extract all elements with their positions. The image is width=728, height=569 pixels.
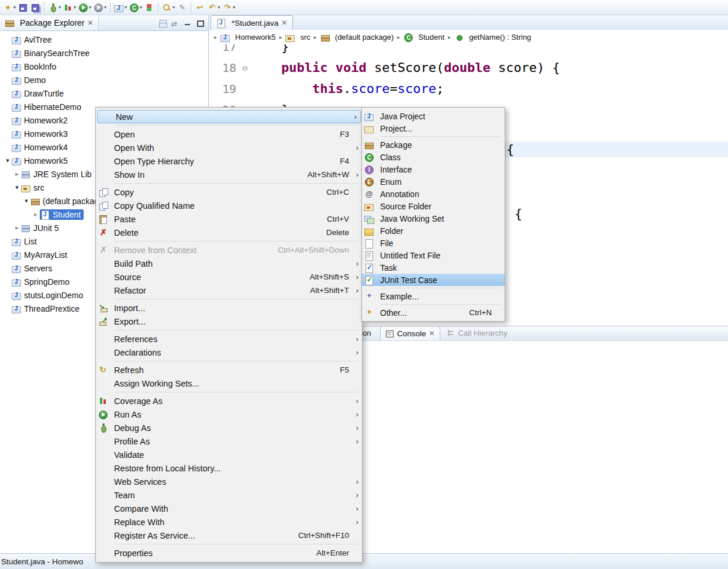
menu-item-enum[interactable]: Enum [362, 175, 505, 188]
expander-icon[interactable]: ▾ [4, 157, 12, 164]
menu-item-team[interactable]: Team› [96, 488, 362, 502]
tree-item-drawturtle[interactable]: DrawTurtle [0, 87, 208, 100]
menu-item-validate[interactable]: Validate [96, 448, 362, 461]
menu-item-java-project[interactable]: Java Project [362, 110, 505, 122]
menu-item-debug-as[interactable]: Debug As› [96, 421, 362, 434]
menu-item-refresh[interactable]: RefreshF5 [96, 363, 362, 377]
menu-item-source-folder[interactable]: Source Folder [362, 200, 505, 212]
close-icon[interactable]: ✕ [88, 19, 94, 27]
tree-item-bookinfo[interactable]: BookInfo [0, 60, 208, 73]
menu-item-project[interactable]: Project... [362, 122, 505, 135]
menu-item-profile-as[interactable]: Profile As› [96, 434, 362, 448]
code-line[interactable]: 18⊖ public void setScore(double score) { [209, 57, 728, 78]
menu-item-junit-test-case[interactable]: JUnit Test Case [362, 274, 505, 286]
new-java-project-button[interactable]: ▾ [113, 1, 128, 14]
menu-item-declarations[interactable]: Declarations› [96, 346, 362, 359]
dropdown-caret-icon[interactable]: ▾ [104, 5, 106, 10]
code-line[interactable]: 17 } [209, 44, 728, 57]
search-button[interactable]: ▾ [161, 1, 176, 14]
external-tools-button[interactable]: ▾ [92, 1, 108, 14]
expander-icon[interactable]: ▾ [22, 197, 30, 205]
menu-item-copy[interactable]: CopyCtrl+C [96, 185, 362, 199]
menu-item-web-services[interactable]: Web Services› [96, 475, 362, 488]
menu-item-export[interactable]: Export... [96, 315, 362, 328]
expander-icon[interactable]: ▸ [13, 224, 21, 232]
back-button[interactable]: ▾ [206, 1, 221, 14]
collapse-all-icon[interactable] [159, 19, 167, 27]
menu-item-annotation[interactable]: Annotation [362, 188, 505, 200]
coverage-button[interactable]: ▾ [62, 1, 77, 14]
debug-button[interactable]: ▾ [47, 1, 62, 14]
minimize-button[interactable] [184, 19, 192, 27]
menu-item-java-working-set[interactable]: Java Working Set [362, 212, 505, 225]
close-icon[interactable]: ✕ [281, 19, 287, 27]
new-class-button[interactable]: ▾ [128, 1, 143, 14]
selected-tree-item[interactable]: Student [40, 209, 84, 220]
menu-item-coverage-as[interactable]: Coverage As› [96, 394, 362, 408]
tree-item-avltree[interactable]: AvlTree [0, 33, 208, 46]
breadcrumb-item-homework5[interactable]: Homework5 [220, 33, 275, 42]
menu-item-class[interactable]: Class [362, 151, 505, 163]
menu-item-package[interactable]: Package [362, 139, 505, 151]
menu-item-assign-working-sets[interactable]: Assign Working Sets... [96, 377, 362, 390]
dropdown-caret-icon[interactable]: ▾ [89, 5, 91, 10]
fold-marker-icon[interactable]: ⊖ [240, 64, 250, 73]
last-edit-button[interactable] [194, 1, 206, 14]
menu-item-open[interactable]: OpenF3 [96, 127, 362, 141]
tree-item-demo[interactable]: Demo [0, 73, 208, 87]
run-button[interactable]: ▾ [77, 1, 92, 14]
menu-item-example[interactable]: Example... [362, 290, 505, 302]
menu-item-register-as-service[interactable]: Register As Service...Ctrl+Shift+F10 [96, 529, 362, 542]
tree-item-binarysearchtree[interactable]: BinarySearchTree [0, 46, 208, 60]
dropdown-caret-icon[interactable]: ▾ [125, 5, 127, 10]
menu-item-file[interactable]: File [362, 237, 505, 249]
menu-item-other[interactable]: Other...Ctrl+N [362, 306, 505, 319]
new-wizard-button[interactable]: ▾ [2, 1, 17, 14]
forward-button[interactable]: ▾ [221, 1, 236, 14]
link-with-editor-icon[interactable] [171, 19, 180, 27]
junit-button[interactable] [143, 1, 156, 14]
dropdown-caret-icon[interactable]: ▾ [233, 5, 235, 10]
expander-icon[interactable]: ▾ [13, 184, 21, 191]
dropdown-caret-icon[interactable]: ▾ [13, 5, 16, 10]
menu-item-restore-from-local-history[interactable]: Restore from Local History... [96, 461, 362, 475]
breadcrumb-item-default-package[interactable]: (default package) [320, 33, 394, 42]
menu-item-show-in[interactable]: Show InAlt+Shift+W› [96, 168, 362, 181]
breadcrumb-item-getname-string[interactable]: getName() : String [454, 33, 531, 42]
menu-item-folder[interactable]: Folder [362, 225, 505, 237]
menu-item-open-with[interactable]: Open With› [96, 141, 362, 154]
menu-item-import[interactable]: Import... [96, 301, 362, 315]
console-tab[interactable]: Console ✕ [380, 326, 440, 340]
call-hierarchy-tab[interactable]: Call Hierarchy [446, 329, 508, 337]
dropdown-caret-icon[interactable]: ▾ [140, 5, 142, 10]
expander-icon[interactable]: ▸ [32, 211, 40, 218]
menu-item-references[interactable]: References› [96, 332, 362, 346]
menu-item-replace-with[interactable]: Replace With› [96, 515, 362, 529]
menu-item-build-path[interactable]: Build Path› [96, 257, 362, 270]
maximize-button[interactable] [196, 19, 204, 27]
dropdown-caret-icon[interactable]: ▾ [172, 5, 175, 10]
menu-item-refactor[interactable]: RefactorAlt+Shift+T› [96, 284, 362, 297]
menu-item-properties[interactable]: PropertiesAlt+Enter [96, 546, 362, 560]
dropdown-caret-icon[interactable]: ▾ [218, 5, 220, 10]
expander-icon[interactable]: ▸ [13, 170, 21, 178]
menu-item-untitled-text-file[interactable]: Untitled Text File [362, 249, 505, 261]
close-icon[interactable]: ✕ [429, 329, 435, 337]
menu-item-new[interactable]: New› [97, 110, 361, 123]
menu-item-run-as[interactable]: Run As› [96, 408, 362, 421]
menu-item-remove-from-context[interactable]: Remove from ContextCtrl+Alt+Shift+Down [96, 243, 362, 257]
menu-item-compare-with[interactable]: Compare With› [96, 502, 362, 515]
menu-item-paste[interactable]: PasteCtrl+V [96, 212, 362, 226]
menu-item-interface[interactable]: Interface [362, 163, 505, 175]
menu-item-task[interactable]: Task [362, 261, 505, 274]
code-line[interactable]: 19 this.score=score; [209, 78, 728, 99]
dropdown-caret-icon[interactable]: ▾ [58, 5, 61, 10]
dropdown-caret-icon[interactable]: ▾ [74, 5, 76, 10]
menu-item-source[interactable]: SourceAlt+Shift+S› [96, 270, 362, 284]
save-button[interactable] [17, 1, 29, 14]
save-all-button[interactable] [29, 1, 42, 14]
editor-tab-student-java[interactable]: *Student.java ✕ [211, 15, 293, 30]
menu-item-copy-qualified-name[interactable]: Copy Qualified Name [96, 199, 362, 212]
menu-item-open-type-hierarchy[interactable]: Open Type HierarchyF4 [96, 154, 362, 168]
breadcrumb-item-student[interactable]: Student [403, 33, 444, 42]
